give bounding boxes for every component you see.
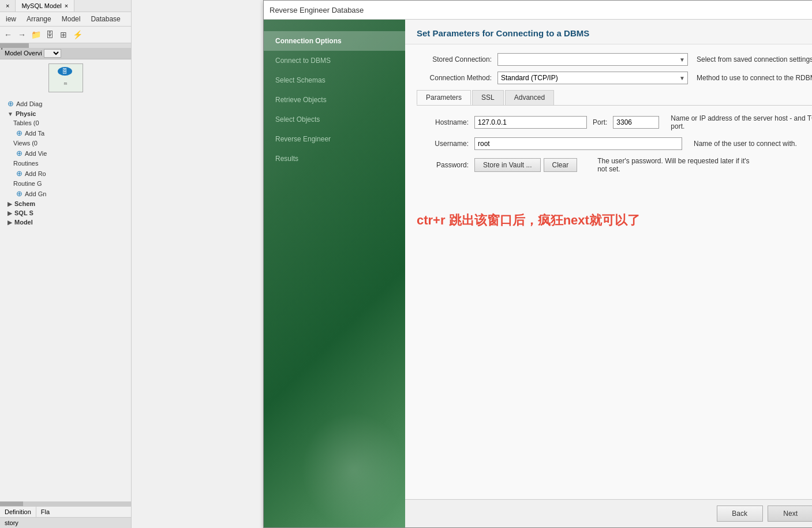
clear-password-button[interactable]: Clear xyxy=(544,158,578,172)
toolbar-open-icon[interactable]: 📁 xyxy=(29,28,42,41)
toolbar-table-icon[interactable]: ⊞ xyxy=(57,28,70,41)
tab-advanced[interactable]: Advanced xyxy=(505,90,554,105)
tree-add-table[interactable]: ⊕ Add Ta xyxy=(5,128,126,138)
plus-view-icon: ⊕ xyxy=(16,149,23,158)
plus-table-icon: ⊕ xyxy=(16,129,23,137)
bottom-scroll[interactable] xyxy=(0,501,131,506)
tree-tables: Tables (0 xyxy=(5,118,126,128)
schema-label: Schem xyxy=(14,200,35,207)
toolbar-sql-icon[interactable]: ⚡ xyxy=(71,28,84,41)
wizard-step-reverse-engineer[interactable]: Reverse Engineer xyxy=(264,129,405,149)
model-name-preview: m xyxy=(49,81,83,85)
app-toolbar: ← → 📁 🗄 ⊞ ⚡ xyxy=(0,27,131,43)
bottom-tab-fla[interactable]: Fla xyxy=(36,507,54,517)
dialog-title: Reverse Engineer Database xyxy=(270,6,364,14)
app-tab-mysql-model[interactable]: MySQL Model × xyxy=(16,0,74,12)
app-tab-label: MySQL Model xyxy=(21,2,61,9)
tree-add-diagram[interactable]: ⊕ Add Diag xyxy=(5,98,126,109)
port-label: Port: xyxy=(593,118,607,126)
app-tab-close[interactable]: × xyxy=(0,0,16,12)
toolbar-forward-icon[interactable]: → xyxy=(16,28,28,41)
physical-label: Physic xyxy=(16,110,36,117)
app-tab-close-icon[interactable]: × xyxy=(65,2,68,9)
connection-method-select-wrapper: Standard (TCP/IP) TCP/IP over SSH Local … xyxy=(497,72,688,84)
stored-connection-label: Stored Connection: xyxy=(417,55,497,63)
tabs-header: Parameters SSL Advanced xyxy=(417,90,812,106)
model-overview-label: Model Overvi xyxy=(5,50,42,57)
add-table-label: Add Ta xyxy=(25,130,44,137)
wizard-step-connect-dbms[interactable]: Connect to DBMS xyxy=(264,51,405,70)
password-row: Password: Store in Vault ... Clear The u… xyxy=(417,157,812,173)
sql-arrow-icon: ▶ xyxy=(8,210,12,216)
model-label: Model xyxy=(14,219,33,226)
hostname-hint: Name or IP address of the server host - … xyxy=(671,114,812,130)
connection-method-select[interactable]: Standard (TCP/IP) TCP/IP over SSH Local … xyxy=(497,72,688,84)
model-preview-area: 🗄 m xyxy=(0,59,131,96)
tree-add-group[interactable]: ⊕ Add Gn xyxy=(5,188,126,199)
connection-method-row: Connection Method: Standard (TCP/IP) TCP… xyxy=(417,72,812,84)
menu-view[interactable]: iew xyxy=(1,13,21,25)
hostname-input[interactable] xyxy=(474,116,587,129)
schema-arrow-icon: ▶ xyxy=(8,201,12,207)
plus-routine-icon: ⊕ xyxy=(16,169,23,178)
tree-add-view[interactable]: ⊕ Add Vie xyxy=(5,148,126,159)
password-label: Password: xyxy=(417,161,474,169)
app-bottom-area: Definition Fla story xyxy=(0,501,131,528)
connection-method-control: Standard (TCP/IP) TCP/IP over SSH Local … xyxy=(497,72,812,84)
wizard-step-select-schemas[interactable]: Select Schemas xyxy=(264,70,405,90)
tab-ssl[interactable]: SSL xyxy=(472,90,504,105)
dialog-footer: Back Next Cancel xyxy=(405,499,812,527)
port-input[interactable] xyxy=(613,116,659,129)
stored-connection-select-wrapper: ▼ xyxy=(497,53,688,66)
close-icon: × xyxy=(6,2,9,9)
tab-parameters[interactable]: Parameters xyxy=(417,90,471,105)
bottom-tab-definition[interactable]: Definition xyxy=(0,507,36,517)
content-main: Stored Connection: ▼ Select from saved c… xyxy=(405,44,812,499)
dialog-titlebar: Reverse Engineer Database × xyxy=(264,1,812,20)
dialog-window: Reverse Engineer Database × Connection O… xyxy=(263,0,812,528)
stored-connection-control: ▼ Select from saved connection settings xyxy=(497,53,812,66)
history-label: story xyxy=(0,517,131,528)
model-overview-select[interactable] xyxy=(44,49,61,58)
add-view-label: Add Vie xyxy=(25,150,47,157)
tree-routine-groups: Routine G xyxy=(5,179,126,188)
plus-group-icon: ⊕ xyxy=(16,189,23,198)
tables-label: Tables (0 xyxy=(13,119,39,126)
sql-label: SQL S xyxy=(14,209,33,216)
annotation-text: ctr+r 跳出该窗口后，疯狂next就可以了 xyxy=(417,212,812,229)
stored-connection-row: Stored Connection: ▼ Select from saved c… xyxy=(417,53,812,66)
back-button[interactable]: Back xyxy=(717,505,763,522)
toolbar-back-icon[interactable]: ← xyxy=(2,28,14,41)
tree-add-routine[interactable]: ⊕ Add Ro xyxy=(5,168,126,179)
tree-physical[interactable]: ▼ Physic xyxy=(5,109,126,118)
scroll-thumb xyxy=(0,43,29,48)
menu-arrange[interactable]: Arrange xyxy=(22,13,56,25)
model-overview-header: Model Overvi xyxy=(0,48,131,59)
username-row: Username: Name of the user to connect wi… xyxy=(417,137,812,150)
app-tabs: × MySQL Model × xyxy=(0,0,131,12)
connection-method-hint: Method to use to connect to the RDBMS xyxy=(697,74,812,82)
wizard-sidebar: Connection Options Connect to DBMS Selec… xyxy=(264,20,405,527)
bottom-scroll-thumb xyxy=(0,501,23,506)
username-hint: Name of the user to connect with. xyxy=(694,140,797,148)
wizard-step-connection-options[interactable]: Connection Options xyxy=(264,31,405,51)
model-thumbnail: 🗄 m xyxy=(48,63,83,92)
tree-sql[interactable]: ▶ SQL S xyxy=(5,208,126,218)
wizard-step-retrieve-objects[interactable]: Retrieve Objects xyxy=(264,90,405,110)
scroll-area: r xyxy=(0,43,131,48)
tree-model[interactable]: ▶ Model xyxy=(5,218,126,227)
wizard-step-results[interactable]: Results xyxy=(264,149,405,168)
tree-schema[interactable]: ▶ Schem xyxy=(5,199,126,208)
store-in-vault-button[interactable]: Store in Vault ... xyxy=(474,158,541,172)
next-button[interactable]: Next xyxy=(768,505,812,522)
stored-connection-select[interactable] xyxy=(497,53,688,66)
tabs-container: Parameters SSL Advanced Hostname: Port: xyxy=(417,90,812,189)
tree-views: Views (0 xyxy=(5,138,126,148)
menu-model[interactable]: Model xyxy=(57,13,85,25)
wizard-step-select-objects[interactable]: Select Objects xyxy=(264,110,405,129)
username-input[interactable] xyxy=(474,137,682,150)
menu-database[interactable]: Database xyxy=(86,13,125,25)
toolbar-db-icon[interactable]: 🗄 xyxy=(43,28,56,41)
bottom-tabs: Definition Fla xyxy=(0,506,131,517)
password-hint: The user's password. Will be requested l… xyxy=(597,157,759,173)
